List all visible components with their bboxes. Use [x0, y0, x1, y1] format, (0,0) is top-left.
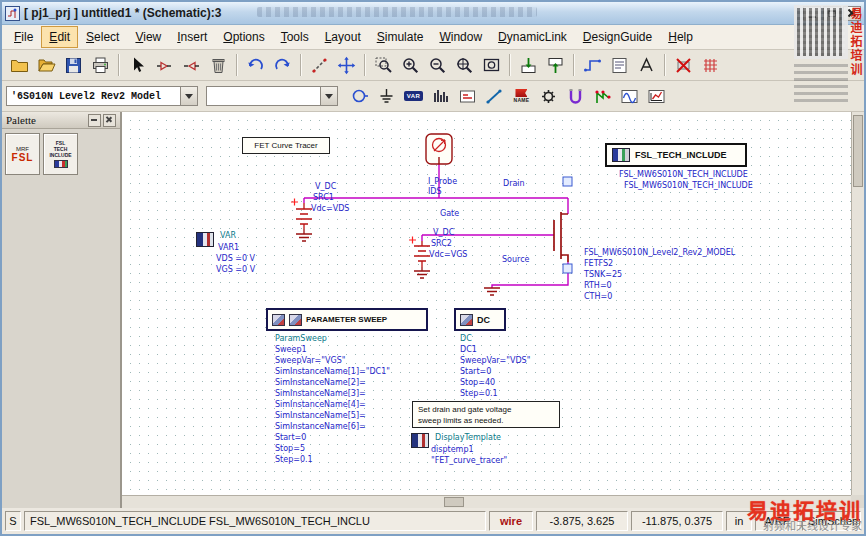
horizontal-scrollbar[interactable] [122, 495, 851, 508]
menu-select[interactable]: Select [78, 26, 127, 48]
vertical-scrollbar[interactable] [851, 112, 864, 495]
wire-icon[interactable] [481, 83, 508, 110]
menu-tools[interactable]: Tools [273, 26, 317, 48]
zoom-select-icon[interactable] [451, 52, 478, 79]
ground-icon[interactable] [373, 83, 400, 110]
display-line[interactable]: "FET_curve_tracer" [431, 456, 507, 466]
tech-include-line[interactable]: FSL_MW6S010N_TECH_INCLUDE [619, 170, 748, 180]
zoom-in-icon[interactable] [397, 52, 424, 79]
sweep-line[interactable]: SimInstanceName[3]= [275, 389, 366, 399]
palette-header[interactable]: Palette [2, 112, 120, 129]
src2-name-label[interactable]: SRC2 [431, 239, 452, 249]
sweep-line[interactable]: SimInstanceName[6]= [275, 422, 366, 432]
dc-line[interactable]: DC [460, 334, 472, 344]
model-line[interactable]: CTH=0 [584, 292, 612, 302]
push-into-icon[interactable] [515, 52, 542, 79]
var-vds-label[interactable]: VDS =0 V [216, 254, 255, 264]
disconnect-icon[interactable] [306, 52, 333, 79]
text-icon[interactable] [633, 52, 660, 79]
redo-icon[interactable] [269, 52, 296, 79]
plot-icon[interactable] [643, 83, 670, 110]
combo-dropdown-icon[interactable] [180, 87, 197, 105]
sweep-line[interactable]: Step=0.1 [275, 455, 313, 465]
simulate-icon[interactable] [589, 83, 616, 110]
menu-dynamiclink[interactable]: DynamicLink [490, 26, 575, 48]
src1-name-label[interactable]: SRC1 [313, 193, 334, 203]
probe-name-label[interactable]: IDS [428, 187, 442, 197]
print-icon[interactable] [87, 52, 114, 79]
menu-options[interactable]: Options [215, 26, 272, 48]
show-wire-icon[interactable] [579, 52, 606, 79]
zoom-out-icon[interactable] [424, 52, 451, 79]
var-component-icon[interactable] [196, 232, 214, 247]
delete-icon[interactable] [205, 52, 232, 79]
sweep-line[interactable]: Stop=5 [275, 444, 305, 454]
palette-close-button[interactable] [103, 114, 116, 127]
pop-out-icon[interactable] [542, 52, 569, 79]
display-template-icon[interactable] [411, 433, 429, 448]
note-box[interactable]: Set drain and gate voltagesweep limits a… [412, 401, 560, 428]
menu-view[interactable]: View [127, 26, 169, 48]
dc-line[interactable]: SweepVar="VDS" [460, 356, 530, 366]
component-param-icon[interactable] [454, 83, 481, 110]
waveform-icon[interactable] [616, 83, 643, 110]
probe-type-label[interactable]: I_Probe [428, 177, 457, 187]
menu-edit[interactable]: Edit [41, 26, 78, 48]
tech-include-box[interactable]: FSL_TECH_INCLUDE [605, 143, 747, 167]
var-name-label[interactable]: VAR1 [218, 243, 239, 253]
model-line[interactable]: RTH=0 [584, 281, 612, 291]
deactivate-icon[interactable] [670, 52, 697, 79]
save-design-icon[interactable] [60, 52, 87, 79]
schematic-title-box[interactable]: FET Curve Tracer [242, 137, 330, 154]
display-line[interactable]: DisplayTemplate [435, 433, 501, 443]
horizontal-scroll-thumb[interactable] [444, 497, 464, 507]
titlebar[interactable]: [ pj1_prj ] untitled1 * (Schematic):3 [2, 2, 864, 25]
port-circle-icon[interactable] [346, 83, 373, 110]
src2-value-label[interactable]: Vdc=VGS [429, 250, 467, 260]
open-project-icon[interactable] [6, 52, 33, 79]
gear-icon[interactable] [535, 83, 562, 110]
sweep-line[interactable]: SimInstanceName[5]= [275, 411, 366, 421]
vertical-scroll-thumb[interactable] [853, 115, 863, 187]
sweep-line[interactable]: Start=0 [275, 433, 306, 443]
open-design-icon[interactable] [33, 52, 60, 79]
menu-help[interactable]: Help [660, 26, 701, 48]
src2-type-label[interactable]: V_DC [433, 228, 454, 238]
model-line[interactable]: FETFS2 [584, 259, 613, 269]
pointer-icon[interactable] [124, 52, 151, 79]
em-grid-icon[interactable] [697, 52, 724, 79]
palette-dock-button[interactable] [88, 114, 101, 127]
dc-box[interactable]: DC [454, 308, 506, 331]
undo-icon[interactable] [242, 52, 269, 79]
netlist-icon[interactable] [606, 52, 633, 79]
sweep-line[interactable]: SimInstanceName[1]="DC1" [275, 367, 390, 377]
var-vgs-label[interactable]: VGS =0 V [216, 265, 255, 275]
pin-name-icon[interactable] [151, 52, 178, 79]
node-gate-label[interactable]: Gate [440, 209, 459, 219]
pan-icon[interactable] [333, 52, 360, 79]
menu-file[interactable]: File [6, 26, 41, 48]
dc-line[interactable]: Step=0.1 [460, 389, 498, 399]
magnet-icon[interactable] [562, 83, 589, 110]
var-type-label[interactable]: VAR [220, 231, 236, 241]
combo-dropdown-icon[interactable] [320, 87, 337, 105]
dc-line[interactable]: DC1 [460, 345, 477, 355]
parameter-sweep-box[interactable]: PARAMETER SWEEP [266, 308, 428, 331]
sweep-line[interactable]: SimInstanceName[2]= [275, 378, 366, 388]
menu-layout[interactable]: Layout [317, 26, 369, 48]
zoom-fit-icon[interactable] [478, 52, 505, 79]
zoom-area-icon[interactable] [370, 52, 397, 79]
palette-item-fsl-tech-include[interactable]: FSL TECH INCLUDE [43, 133, 78, 175]
menu-insert[interactable]: Insert [169, 26, 215, 48]
sweep-line[interactable]: Sweep1 [275, 345, 307, 355]
src1-type-label[interactable]: V_DC [315, 182, 336, 192]
dc-line[interactable]: Start=0 [460, 367, 491, 377]
wire-name-icon[interactable]: NAME [508, 83, 535, 110]
port-icon[interactable] [178, 52, 205, 79]
model-line[interactable]: TSNK=25 [584, 270, 622, 280]
model-combobox[interactable]: '6S010N Level2 Rev2 Model [6, 86, 198, 106]
palette-item-mrf-fsl[interactable]: MRF FSL [5, 133, 40, 175]
display-line[interactable]: disptemp1 [431, 445, 474, 455]
model-line[interactable]: FSL_MW6S010N_Level2_Rev2_MODEL [584, 248, 735, 258]
node-source-label[interactable]: Source [502, 255, 529, 265]
